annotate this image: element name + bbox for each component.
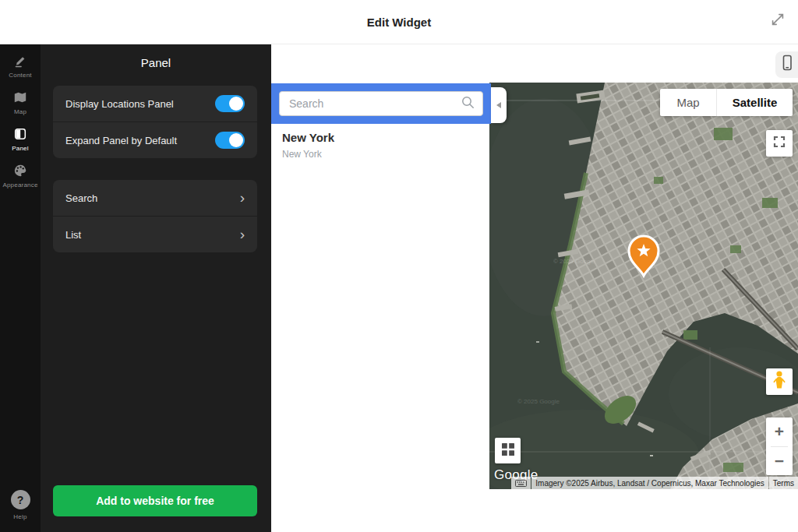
- grid-icon: [502, 443, 514, 459]
- keyboard-shortcuts-button[interactable]: [511, 477, 531, 489]
- chevron-right-icon: ›: [240, 227, 245, 241]
- map-watermark: © 2025 Google: [517, 398, 560, 405]
- toggle-label: Display Locations Panel: [65, 98, 174, 110]
- imagery-credit: Imagery ©2025 Airbus, Landsat / Copernic…: [531, 477, 768, 489]
- display-locations-panel-row[interactable]: Display Locations Panel: [53, 86, 257, 122]
- panel-settings: Panel Display Locations Panel Expand Pan…: [41, 44, 271, 532]
- list-settings-row[interactable]: List ›: [53, 216, 257, 252]
- expand-window-button[interactable]: [767, 10, 789, 32]
- map-icon: [13, 90, 27, 104]
- zoom-out-button[interactable]: −: [766, 447, 793, 476]
- terms-link[interactable]: Terms: [769, 477, 798, 489]
- palette-icon: [13, 164, 27, 178]
- toggle-card: Display Locations Panel Expand Panel by …: [53, 86, 257, 158]
- expand-panel-by-default-row[interactable]: Expand Panel by Default: [53, 122, 257, 158]
- sidebar-item-help[interactable]: ? Help: [0, 484, 41, 526]
- sidebar-item-label: Appearance: [2, 181, 37, 188]
- edit-widget-window: Edit Widget Content: [0, 0, 798, 532]
- pegman-button[interactable]: [766, 368, 793, 395]
- search-settings-row[interactable]: Search ›: [53, 180, 257, 216]
- zoom-control: + −: [766, 417, 793, 475]
- pegman-icon: [772, 370, 786, 393]
- location-title: New York: [282, 131, 334, 144]
- toggle-label: Expand Panel by Default: [65, 135, 177, 146]
- page-title: Edit Widget: [367, 16, 431, 29]
- link-label: List: [65, 229, 81, 241]
- add-to-website-button[interactable]: Add to website for free: [53, 485, 257, 516]
- links-card: Search › List ›: [53, 180, 257, 252]
- chevron-right-icon: ›: [240, 190, 245, 205]
- keyboard-icon: [515, 480, 527, 487]
- satellite-view-button[interactable]: Satellite: [717, 89, 793, 116]
- sidebar-item-panel[interactable]: Panel: [0, 121, 41, 157]
- sidebar-item-label: Panel: [12, 145, 28, 152]
- sidebar-item-content[interactable]: Content: [0, 48, 41, 84]
- search-highlight-band: [271, 83, 491, 124]
- map-view-button[interactable]: Map: [660, 89, 717, 116]
- pencil-icon: [13, 54, 27, 68]
- sidebar-item-label: Map: [14, 108, 26, 115]
- icon-sidebar: Content Map Panel: [0, 44, 41, 532]
- display-locations-panel-toggle[interactable]: [215, 95, 245, 112]
- top-bar: Edit Widget: [0, 0, 798, 44]
- search-icon: [461, 96, 475, 112]
- phone-icon: [779, 54, 795, 76]
- search-input[interactable]: [288, 97, 461, 111]
- expand-panel-by-default-toggle[interactable]: [215, 132, 245, 149]
- panel-icon: [13, 127, 27, 141]
- collapse-panel-button[interactable]: [491, 87, 507, 123]
- diagonal-resize-icon: [769, 11, 786, 31]
- triangle-left-icon: [496, 102, 501, 108]
- satellite-map-image: © 2025 Google © 2025 Google: [489, 83, 798, 489]
- map-type-switch: Map Satellite: [660, 89, 793, 116]
- map-tiles-button[interactable]: [495, 438, 521, 463]
- panel-settings-title: Panel: [41, 56, 271, 69]
- mobile-preview-button[interactable]: [775, 51, 798, 78]
- sidebar-item-appearance[interactable]: Appearance: [0, 157, 41, 194]
- fullscreen-icon: [773, 136, 786, 151]
- sidebar-item-label: Content: [9, 72, 31, 79]
- sidebar-item-label: Help: [13, 513, 26, 520]
- zoom-in-button[interactable]: +: [766, 417, 793, 446]
- map-watermark: © 2025 Google: [553, 258, 595, 265]
- link-label: Search: [65, 192, 97, 204]
- location-marker[interactable]: [626, 234, 662, 280]
- location-list-item[interactable]: New York New York: [282, 131, 334, 160]
- map-canvas[interactable]: © 2025 Google © 2025 Google Map Satellit…: [489, 83, 798, 489]
- location-subtitle: New York: [282, 149, 334, 160]
- question-mark-icon: ?: [11, 490, 30, 509]
- sidebar-item-map[interactable]: Map: [0, 84, 41, 121]
- map-fullscreen-button[interactable]: [766, 130, 793, 157]
- map-attribution: Imagery ©2025 Airbus, Landsat / Copernic…: [511, 477, 798, 489]
- search-box[interactable]: [279, 91, 483, 116]
